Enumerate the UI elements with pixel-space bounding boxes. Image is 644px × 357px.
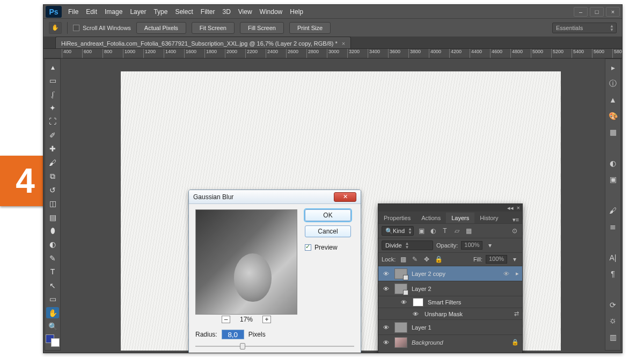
- paragraph-panel-icon[interactable]: ¶: [607, 268, 619, 279]
- tab-layers[interactable]: Layers: [446, 213, 474, 223]
- menu-window[interactable]: Window: [260, 8, 283, 16]
- lasso-tool-icon[interactable]: ᶘ: [46, 89, 59, 100]
- fill-value[interactable]: 100%: [486, 255, 507, 264]
- layer-item-background[interactable]: 👁 Background 🔒: [378, 334, 522, 349]
- layer-item-layer2copy[interactable]: 👁 Layer 2 copy 👁 ▸: [378, 266, 522, 281]
- visibility-icon[interactable]: 👁: [401, 299, 408, 305]
- histogram-panel-icon[interactable]: ⛭: [607, 316, 619, 326]
- visibility-icon[interactable]: 👁: [382, 271, 390, 277]
- actual-pixels-button[interactable]: Actual Pixels: [136, 22, 186, 34]
- lock-position-icon[interactable]: ✥: [422, 255, 431, 264]
- panel-collapse-icon[interactable]: ◂◂: [507, 205, 514, 212]
- tab-properties[interactable]: Properties: [378, 213, 416, 223]
- dialog-close-button[interactable]: ✕: [334, 192, 356, 202]
- layers-floating-panel[interactable]: ◂◂ × Properties Actions Layers History ▾…: [378, 203, 523, 353]
- opacity-flyout-icon[interactable]: ▾: [486, 241, 494, 250]
- layer-collapse-icon[interactable]: ▸: [516, 270, 519, 277]
- clone-stamp-tool-icon[interactable]: ⧉: [46, 171, 59, 182]
- menu-type[interactable]: Type: [153, 8, 167, 16]
- adjustments-panel-icon[interactable]: ◐: [607, 158, 619, 169]
- slider-thumb[interactable]: [240, 343, 245, 349]
- filter-fx-icon[interactable]: 👁: [503, 271, 509, 277]
- scroll-all-windows-checkbox[interactable]: Scroll All Windows: [73, 25, 131, 31]
- crop-tool-icon[interactable]: ⛶: [46, 116, 59, 127]
- layer-name[interactable]: Background: [412, 339, 443, 346]
- menu-help[interactable]: Help: [290, 8, 303, 16]
- hand-tool-icon[interactable]: ✋: [46, 307, 59, 318]
- shape-tool-icon[interactable]: ▭: [46, 293, 59, 304]
- ok-button[interactable]: OK: [305, 209, 351, 221]
- close-tab-icon[interactable]: ×: [342, 40, 345, 47]
- filter-type-icon[interactable]: T: [441, 227, 449, 235]
- smart-filter-name[interactable]: Unsharp Mask: [425, 311, 463, 317]
- menu-edit[interactable]: Edit: [86, 8, 97, 16]
- blur-tool-icon[interactable]: ⬮: [46, 225, 59, 236]
- brushes-panel-icon[interactable]: 🖌: [607, 205, 619, 216]
- layer-thumbnail[interactable]: [394, 283, 407, 294]
- menu-file[interactable]: File: [68, 8, 78, 16]
- filter-pixel-icon[interactable]: ▣: [417, 227, 426, 235]
- panel-titlebar[interactable]: ◂◂ ×: [378, 204, 522, 212]
- menu-layer[interactable]: Layer: [130, 8, 146, 16]
- filter-preview[interactable]: [195, 209, 297, 315]
- magic-wand-tool-icon[interactable]: ✦: [46, 102, 59, 113]
- tab-history[interactable]: History: [474, 213, 503, 223]
- character-panel-icon[interactable]: A|: [607, 252, 619, 263]
- visibility-icon[interactable]: 👁: [413, 311, 420, 317]
- layer-thumbnail[interactable]: [394, 337, 407, 348]
- fill-screen-button[interactable]: Fill Screen: [240, 22, 284, 34]
- cancel-button[interactable]: Cancel: [305, 225, 351, 237]
- smart-filter-item[interactable]: 👁 Unsharp Mask ⇄: [378, 308, 522, 319]
- layer-thumbnail[interactable]: [394, 322, 407, 333]
- path-select-tool-icon[interactable]: ↖: [46, 280, 59, 291]
- healing-brush-tool-icon[interactable]: ✚: [46, 143, 59, 155]
- marquee-tool-icon[interactable]: ▭: [46, 75, 59, 86]
- menu-view[interactable]: View: [238, 8, 252, 16]
- window-close-button[interactable]: ×: [606, 7, 620, 17]
- layer-name[interactable]: Layer 2 copy: [412, 271, 445, 277]
- zoom-out-button[interactable]: –: [222, 316, 230, 323]
- panel-menu-icon[interactable]: ▾≡: [509, 216, 522, 223]
- fill-flyout-icon[interactable]: ▾: [510, 255, 519, 264]
- fit-screen-button[interactable]: Fit Screen: [192, 22, 235, 34]
- color-swatches[interactable]: [46, 334, 60, 347]
- blend-mode-dropdown[interactable]: Divide▲▼: [382, 241, 433, 250]
- preview-checkbox[interactable]: Preview: [305, 244, 351, 251]
- brush-tool-icon[interactable]: 🖌: [46, 157, 59, 168]
- layer-name[interactable]: Layer 1: [412, 324, 431, 331]
- lock-transparent-icon[interactable]: ▩: [399, 255, 407, 264]
- gradient-tool-icon[interactable]: ▤: [46, 212, 59, 223]
- lock-all-icon[interactable]: 🔒: [434, 255, 443, 264]
- dodge-tool-icon[interactable]: ◐: [46, 239, 59, 250]
- filter-adjust-icon[interactable]: ◐: [429, 227, 437, 235]
- document-tab[interactable]: HiRes_andreaxt_Fotolia.com_Fotolia_63677…: [55, 37, 351, 48]
- visibility-icon[interactable]: 👁: [382, 339, 390, 346]
- filter-toggle-icon[interactable]: ⊙: [510, 227, 519, 235]
- filter-smart-icon[interactable]: ▦: [464, 227, 473, 235]
- navigator-panel-icon[interactable]: ⟳: [607, 300, 619, 310]
- info-panel-icon[interactable]: ⓘ: [607, 78, 619, 89]
- dialog-titlebar[interactable]: Gaussian Blur ✕: [189, 190, 361, 204]
- filter-mask-thumbnail[interactable]: [413, 298, 423, 307]
- layer-name[interactable]: Layer 2: [412, 286, 431, 292]
- eyedropper-tool-icon[interactable]: ✐: [46, 129, 59, 141]
- filter-shape-icon[interactable]: ▱: [452, 227, 461, 235]
- menu-image[interactable]: Image: [105, 8, 122, 16]
- layer-thumbnail[interactable]: [394, 268, 407, 279]
- panel-close-icon[interactable]: ×: [517, 205, 520, 211]
- radius-slider[interactable]: [195, 343, 354, 350]
- radius-input[interactable]: [222, 330, 244, 339]
- minimize-button[interactable]: –: [574, 7, 588, 17]
- move-tool-icon[interactable]: ▴: [46, 61, 59, 72]
- print-size-button[interactable]: Print Size: [289, 22, 331, 34]
- opacity-value[interactable]: 100%: [461, 241, 482, 250]
- lock-image-icon[interactable]: ✎: [411, 255, 419, 264]
- masks-panel-icon[interactable]: ▣: [607, 174, 619, 185]
- smart-filters-heading[interactable]: 👁 Smart Filters: [378, 296, 522, 308]
- color-panel-icon[interactable]: ▲: [607, 94, 619, 105]
- history-brush-tool-icon[interactable]: ↺: [46, 184, 59, 195]
- maximize-button[interactable]: □: [590, 7, 604, 17]
- type-tool-icon[interactable]: T: [46, 266, 59, 278]
- menu-3d[interactable]: 3D: [222, 8, 230, 16]
- workspace-switcher[interactable]: Essentials ▲▼: [552, 23, 617, 33]
